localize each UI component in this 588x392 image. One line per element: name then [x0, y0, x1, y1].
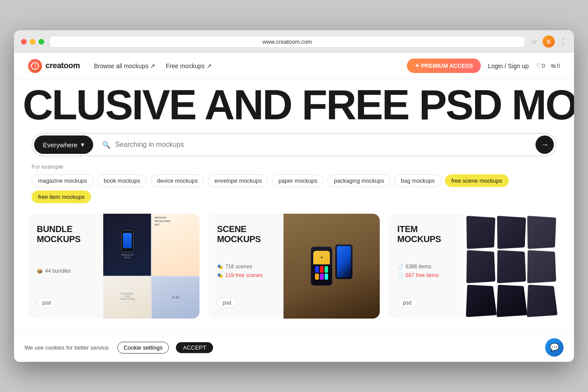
login-link[interactable]: Login / Sign up — [488, 62, 528, 69]
scene-card-image: ✦ — [284, 214, 380, 319]
premium-access-button[interactable]: ✦ PREMIUM ACCESS — [407, 59, 481, 73]
menu-icon[interactable]: ⋮ — [559, 38, 567, 45]
heart-icon: ♡ — [536, 62, 541, 69]
free-mockups-link[interactable]: Free mockups ↗ — [166, 62, 212, 69]
tag-envelope[interactable]: envelope mockups — [208, 174, 268, 187]
item-card-image — [464, 214, 560, 319]
item-format-tag: psd — [397, 298, 417, 308]
minimize-button[interactable] — [30, 39, 35, 45]
cart-count: 0 — [557, 62, 560, 69]
free-item-stat: 📄 667 free items — [397, 272, 455, 278]
browser-window: www.creatoom.com ☆ S ⋮ creatoom Browse a… — [14, 30, 574, 362]
bundle-format-tag: psd — [37, 298, 56, 308]
product-cards: BUNDLEMOCKUPS 📦 44 bundles psd — [14, 203, 574, 333]
navbar: creatoom Browse all mockups ↗ Free mocku… — [14, 52, 574, 80]
tag-free-item[interactable]: free item mockups — [32, 191, 91, 203]
search-magnifier-icon: 🔍 — [102, 141, 111, 149]
bundle-card-image: iPhone 16(Pro) MOCKUPPACKAGINGSET PAPERI… — [103, 214, 200, 319]
scene-icon: 🎭 — [217, 264, 223, 270]
item-mockups-card[interactable]: ITEMMOCKUPS 📄 6386 items 📄 667 free item… — [388, 214, 560, 319]
bundle-mockups-card[interactable]: BUNDLEMOCKUPS 📦 44 bundles psd — [28, 214, 200, 319]
scene-card-stats: 🎭 716 scenes 🎭 119 free scenes — [217, 264, 275, 278]
scene-card-info: SCENEMOCKUPS 🎭 716 scenes 🎭 119 free sce… — [208, 214, 284, 319]
tag-bag[interactable]: bag mockups — [394, 174, 441, 187]
extension-icon[interactable]: S — [542, 35, 555, 48]
cart-icon: 🛍 — [550, 62, 556, 69]
tags-row: magazine mockups book mockups device moc… — [32, 174, 556, 203]
nav-links: Browse all mockups ↗ Free mockups ↗ — [94, 62, 212, 69]
scene-count-stat: 🎭 716 scenes — [217, 264, 275, 270]
browser-actions: ☆ S ⋮ — [530, 35, 567, 48]
chat-icon: 💬 — [550, 343, 559, 352]
scene-card-title: SCENEMOCKUPS — [217, 224, 275, 244]
hero-title-text: CLUSIVE AND FREE PSD MOCKUPS — [23, 84, 574, 126]
item-card-stats: 📄 6386 items 📄 667 free items — [397, 264, 455, 278]
bundle-count: 44 bundles — [45, 268, 71, 274]
fullscreen-button[interactable] — [38, 39, 44, 45]
logo-text: creatoom — [46, 61, 80, 70]
search-scope-label: Everywhere — [43, 141, 77, 149]
search-bar: Everywhere ▾ 🔍 → — [32, 133, 556, 156]
cookie-text: We use cookies for better service. — [24, 344, 110, 351]
tag-device[interactable]: device mockups — [150, 174, 204, 187]
search-submit-button[interactable]: → — [536, 135, 554, 154]
chevron-down-icon: ▾ — [81, 141, 84, 149]
traffic-lights — [21, 39, 44, 45]
item-card-info: ITEMMOCKUPS 📄 6386 items 📄 667 free item… — [388, 214, 464, 319]
scene-count: 716 scenes — [225, 264, 252, 270]
cookie-settings-button[interactable]: Cookie settings — [117, 342, 169, 354]
tag-packaging[interactable]: packaging mockups — [327, 174, 391, 187]
bundle-card-info: BUNDLEMOCKUPS 📦 44 bundles psd — [28, 214, 103, 319]
free-scene-icon: 🎭 — [217, 273, 223, 278]
free-item-count: 667 free items — [406, 272, 439, 278]
bundle-card-title: BUNDLEMOCKUPS — [37, 224, 94, 244]
accept-cookies-button[interactable]: ACCEPT — [176, 342, 213, 353]
item-card-title: ITEMMOCKUPS — [397, 224, 455, 244]
arrow-right-icon: → — [541, 140, 549, 149]
scene-mockups-card[interactable]: SCENEMOCKUPS 🎭 716 scenes 🎭 119 free sce… — [208, 214, 380, 319]
browse-mockups-link[interactable]: Browse all mockups ↗ — [94, 62, 155, 69]
item-count: 6386 items — [406, 264, 431, 270]
search-input-area: 🔍 — [95, 141, 534, 149]
free-item-icon: 📄 — [397, 273, 403, 278]
browser-chrome: www.creatoom.com ☆ S ⋮ — [14, 30, 574, 52]
search-input[interactable] — [115, 141, 527, 149]
wishlist-count: 0 — [542, 62, 545, 69]
tag-free-scene[interactable]: free scene mockups — [445, 174, 509, 187]
bundle-count-stat: 📦 44 bundles — [37, 268, 94, 274]
search-section: Everywhere ▾ 🔍 → — [14, 126, 574, 156]
wishlist-icon-group[interactable]: ♡ 0 — [536, 62, 545, 69]
website-content: creatoom Browse all mockups ↗ Free mocku… — [14, 52, 574, 362]
bundle-card-stats: 📦 44 bundles — [37, 268, 94, 274]
nav-right: ✦ PREMIUM ACCESS Login / Sign up ♡ 0 🛍 0 — [407, 59, 560, 73]
close-button[interactable] — [21, 39, 27, 45]
scene-format-tag: psd — [217, 298, 237, 308]
tag-book[interactable]: book mockups — [97, 174, 147, 187]
tag-paper[interactable]: paper mockups — [272, 174, 324, 187]
search-scope-dropdown[interactable]: Everywhere ▾ — [34, 135, 93, 154]
star-icon[interactable]: ☆ — [530, 38, 538, 45]
nav-icons: ♡ 0 🛍 0 — [536, 62, 560, 69]
example-section: For example magazine mockups book mockup… — [14, 156, 574, 203]
url-text: www.creatoom.com — [262, 38, 312, 45]
example-label: For example — [32, 163, 556, 170]
bundle-icon: 📦 — [37, 268, 43, 274]
logo-icon — [28, 59, 42, 73]
cookie-bar: We use cookies for better service. Cooki… — [14, 333, 574, 362]
free-scene-stat: 🎭 119 free scenes — [217, 272, 275, 278]
tag-magazine[interactable]: magazine mockups — [32, 174, 94, 187]
live-chat-button[interactable]: 💬 — [545, 338, 564, 357]
free-scene-count: 119 free scenes — [225, 272, 262, 278]
url-bar[interactable]: www.creatoom.com — [49, 36, 525, 48]
hero-title: CLUSIVE AND FREE PSD MOCKUPS — [14, 84, 574, 126]
item-count-stat: 📄 6386 items — [397, 264, 455, 270]
logo[interactable]: creatoom — [28, 59, 80, 73]
hero-section: CLUSIVE AND FREE PSD MOCKUPS — [14, 80, 574, 126]
item-icon: 📄 — [397, 264, 403, 270]
cart-icon-group[interactable]: 🛍 0 — [550, 62, 560, 69]
